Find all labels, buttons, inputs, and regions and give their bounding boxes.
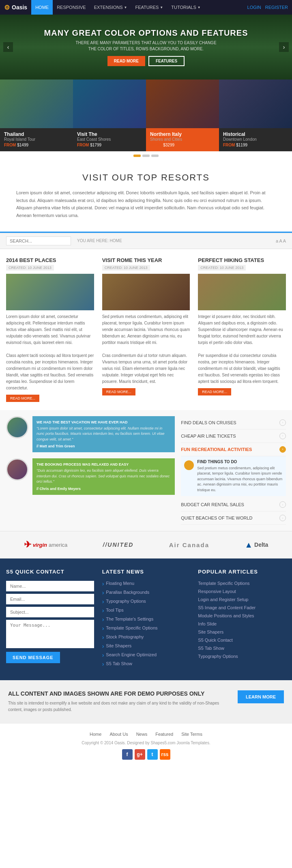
testimonials-section: WE HAD THE BEST VACATION WE HAVE EVER HA… [6,416,181,525]
hero-buttons: READ MORE FEATURES [44,56,248,66]
deal-item-beaches[interactable]: QUIET BEACHES OF THE WORLD › [181,511,286,525]
nav-item-extensions[interactable]: EXTENSIONS ▼ [90,0,131,15]
rss-icon[interactable]: rss [160,749,170,760]
destinations-grid: Thailand Royal Island Tour FROM $1499 Vi… [0,79,292,151]
testimonial-2-author: // Chris and Emily Meyers [36,487,171,491]
news-item-3[interactable]: ›Typography Options [102,599,190,604]
slider-dot-2[interactable] [142,155,150,157]
login-link[interactable]: LOGIN [247,5,261,10]
search-input[interactable] [6,236,71,245]
partners-section: ✈ virgin america //UNITED Air Canada ▲ D… [0,531,292,559]
nav-logo: ⚙ Oasis [4,4,27,11]
hero-read-more-button[interactable]: READ MORE [107,56,145,66]
articles-title: POPULAR ARTICLES [198,569,286,575]
destination-thailand[interactable]: Thailand Royal Island Tour FROM $1499 [0,79,73,151]
blog-post-3-read-more[interactable]: READ MORE... [198,388,231,395]
destination-london[interactable]: Historical Downtown London FROM $1199 [219,79,292,151]
deal-circle-2: › [279,433,286,439]
deal-item-cruises[interactable]: FIND DEALS ON CRUISES › [181,416,286,430]
twitter-icon[interactable]: t [147,749,158,760]
news-item-7[interactable]: ›Stock Photography [102,634,190,640]
nav-item-tutorials[interactable]: TUTORIALS ▼ [167,0,204,15]
news-item-5[interactable]: ›The Template's Settings [102,617,190,622]
contact-subject-input[interactable] [6,607,94,617]
article-item-9[interactable]: S5 Tab Show [198,646,286,651]
slider-dot-3[interactable] [151,155,159,157]
destination-east-coast[interactable]: Visit The East Coast Shores FROM $1799 [73,79,146,151]
testimonial-2-box: THE BOOKING PROCESS WAS RELAXED AND EASY… [32,458,175,495]
news-item-1[interactable]: ›Floating Menu [102,581,190,587]
social-icons: f g+ t rss [8,749,284,760]
hero-arrow-right[interactable]: › [279,42,289,52]
gear-icon: ⚙ [4,4,10,11]
article-item-5[interactable]: Module Positions and Styles [198,613,286,618]
hero-features-button[interactable]: FEATURES [148,56,185,66]
nav-item-home[interactable]: HOME [31,0,53,15]
contact-name-input[interactable] [6,581,94,591]
contact-send-button[interactable]: SEND MESSAGE [6,652,60,663]
contact-message-input[interactable] [6,620,94,648]
contact-email-input[interactable] [6,594,94,604]
deals-section: FIND DEALS ON CRUISES › CHEAP AIR LINE T… [181,416,286,525]
hero-arrow-left[interactable]: ‹ [3,42,13,52]
footer-link-terms[interactable]: Site Terms [181,732,202,737]
blog-post-3-date: CREATED: 10 JUNE 2013 [198,265,246,271]
news-item-6[interactable]: ›Template Specific Options [102,625,190,631]
news-item-10[interactable]: ›S5 Tab Show [102,661,190,667]
articles-column: POPULAR ARTICLES Template Specific Optio… [198,569,286,670]
nav-item-features[interactable]: FEATURES ▼ [131,0,167,15]
testimonial-1-title: WE HAD THE BEST VACATION WE HAVE EVER HA… [36,420,171,424]
slider-dot-1[interactable] [133,155,141,157]
deal-circle-4: › [279,501,286,508]
deal-item-recreational[interactable]: FUN RECREATIONAL ACTIVITIES › [181,443,286,456]
blog-post-1-read-more[interactable]: READ MORE... [6,395,39,402]
deal-expanded-title: FIND THINGS TO DO [197,460,283,464]
facebook-icon[interactable]: f [122,749,133,760]
chevron-down-icon: ▼ [124,6,127,9]
news-item-9[interactable]: ›Search Engine Optimized [102,652,190,658]
article-item-1[interactable]: Template Specific Options [198,581,286,586]
google-plus-icon[interactable]: g+ [135,749,145,760]
deal-item-car[interactable]: BUDGET CAR RENTAL SALES › [181,498,286,511]
resorts-section: VISIT OUR TOP RESORTS Lorem ipsum dolor … [0,160,292,233]
dest-title: Thailand [4,131,69,137]
testimonial-2-avatar [6,458,28,481]
deal-circle-5: › [279,515,286,521]
footer-link-about[interactable]: About Us [110,732,128,737]
nav-right: LOGIN REGISTER [247,5,288,10]
blog-post-2-read-more[interactable]: READ MORE... [102,388,135,395]
wing-icon: ✈ [24,539,31,550]
partner-virgin-america: ✈ virgin america [24,539,68,550]
footer-link-featured[interactable]: Featured [155,732,173,737]
footer-link-news[interactable]: News [136,732,148,737]
dest-subtitle: Shores and Cities [150,137,215,142]
article-item-2[interactable]: Responsive Layout [198,589,286,594]
article-item-7[interactable]: Site Shapers [198,630,286,634]
blog-post-1-image [6,274,94,310]
deal-item-airline[interactable]: CHEAP AIR LINE TICKETS › [181,430,286,443]
news-item-8[interactable]: ›Site Shapers [102,643,190,649]
deal-circle-3: › [279,446,286,453]
destination-northern-italy[interactable]: Northern Italy Shores and Cities FROM $3… [146,79,219,151]
footer-link-home[interactable]: Home [90,732,101,737]
news-column: LATEST NEWS ›Floating Menu ›Parallax Bac… [102,569,190,670]
news-item-2[interactable]: ›Parallax Backgrounds [102,590,190,595]
article-item-8[interactable]: S5 Quick Contact [198,638,286,642]
news-item-4[interactable]: ›Tool Tips [102,608,190,613]
register-link[interactable]: REGISTER [265,5,288,10]
nav-item-responsive[interactable]: RESPONSIVE [53,0,90,15]
article-item-6[interactable]: Info Slide [198,621,286,626]
article-item-10[interactable]: Typography Options [198,654,286,659]
nav-items: HOME RESPONSIVE EXTENSIONS ▼ FEATURES ▼ … [31,0,247,15]
blog-post-1-title: 2014 BEST PLACES [6,257,94,263]
article-item-4[interactable]: S5 Image and Content Fader [198,605,286,610]
blog-post-3: PERFECT HIKING STATES CREATED: 10 JUNE 2… [198,257,286,402]
air-canada-label: Air Canada [169,541,209,548]
article-item-3[interactable]: Login and Register Setup [198,597,286,602]
site-name: Oasis [12,4,27,11]
testimonial-2: THE BOOKING PROCESS WAS RELAXED AND EASY… [6,458,175,495]
font-size-controls[interactable]: a A A [276,238,286,243]
learn-more-button[interactable]: LEARN MORE [238,690,284,703]
blog-post-1: 2014 BEST PLACES CREATED: 10 JUNE 2013 L… [6,257,94,402]
dest-title: Northern Italy [150,131,215,137]
